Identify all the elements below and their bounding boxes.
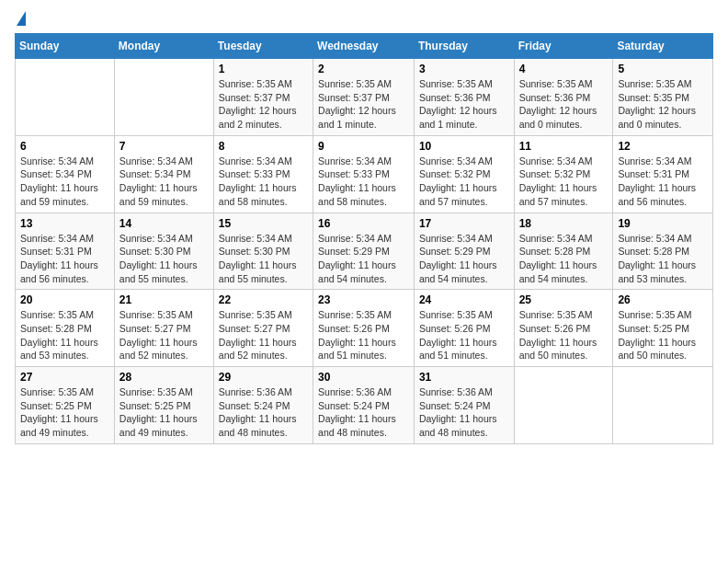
day-number: 25 bbox=[519, 293, 609, 306]
day-number: 16 bbox=[318, 217, 409, 230]
calendar-cell: 30Sunrise: 5:36 AMSunset: 5:24 PMDayligh… bbox=[313, 367, 415, 444]
day-info: Sunrise: 5:34 AMSunset: 5:28 PMDaylight:… bbox=[618, 232, 708, 286]
calendar-cell: 25Sunrise: 5:35 AMSunset: 5:26 PMDayligh… bbox=[514, 290, 613, 367]
day-info: Sunrise: 5:34 AMSunset: 5:31 PMDaylight:… bbox=[20, 232, 109, 286]
day-number: 28 bbox=[119, 371, 209, 384]
day-number: 7 bbox=[119, 140, 209, 153]
day-number: 27 bbox=[20, 371, 109, 384]
day-info: Sunrise: 5:35 AMSunset: 5:37 PMDaylight:… bbox=[219, 77, 308, 132]
calendar-cell bbox=[16, 59, 115, 136]
header-cell-wednesday: Wednesday bbox=[313, 34, 415, 59]
day-info: Sunrise: 5:35 AMSunset: 5:36 PMDaylight:… bbox=[519, 77, 609, 132]
header-cell-tuesday: Tuesday bbox=[213, 34, 313, 59]
calendar-cell: 17Sunrise: 5:34 AMSunset: 5:29 PMDayligh… bbox=[414, 213, 514, 290]
calendar-week-4: 27Sunrise: 5:35 AMSunset: 5:25 PMDayligh… bbox=[16, 367, 713, 444]
calendar-cell bbox=[114, 59, 213, 136]
calendar-cell: 20Sunrise: 5:35 AMSunset: 5:28 PMDayligh… bbox=[16, 290, 115, 367]
day-info: Sunrise: 5:35 AMSunset: 5:25 PMDaylight:… bbox=[618, 308, 708, 362]
header-cell-thursday: Thursday bbox=[414, 34, 514, 59]
calendar-cell: 14Sunrise: 5:34 AMSunset: 5:30 PMDayligh… bbox=[114, 213, 213, 290]
day-info: Sunrise: 5:35 AMSunset: 5:35 PMDaylight:… bbox=[618, 77, 708, 132]
day-info: Sunrise: 5:36 AMSunset: 5:24 PMDaylight:… bbox=[219, 385, 308, 440]
calendar-cell: 22Sunrise: 5:35 AMSunset: 5:27 PMDayligh… bbox=[213, 290, 313, 367]
calendar-cell: 29Sunrise: 5:36 AMSunset: 5:24 PMDayligh… bbox=[213, 367, 313, 444]
calendar-cell: 5Sunrise: 5:35 AMSunset: 5:35 PMDaylight… bbox=[613, 59, 713, 136]
calendar-cell: 9Sunrise: 5:34 AMSunset: 5:33 PMDaylight… bbox=[313, 135, 415, 213]
calendar-cell: 12Sunrise: 5:34 AMSunset: 5:31 PMDayligh… bbox=[613, 135, 713, 213]
calendar-cell: 8Sunrise: 5:34 AMSunset: 5:33 PMDaylight… bbox=[213, 135, 313, 213]
header-cell-saturday: Saturday bbox=[613, 34, 713, 59]
logo bbox=[15, 15, 26, 26]
calendar-cell: 15Sunrise: 5:34 AMSunset: 5:30 PMDayligh… bbox=[213, 213, 313, 290]
header-cell-sunday: Sunday bbox=[16, 34, 115, 59]
day-info: Sunrise: 5:35 AMSunset: 5:26 PMDaylight:… bbox=[419, 308, 509, 362]
header-cell-monday: Monday bbox=[114, 34, 213, 59]
calendar-cell: 27Sunrise: 5:35 AMSunset: 5:25 PMDayligh… bbox=[16, 367, 115, 444]
day-info: Sunrise: 5:34 AMSunset: 5:34 PMDaylight:… bbox=[119, 155, 209, 209]
day-info: Sunrise: 5:34 AMSunset: 5:32 PMDaylight:… bbox=[519, 155, 609, 209]
calendar-week-1: 6Sunrise: 5:34 AMSunset: 5:34 PMDaylight… bbox=[16, 135, 713, 213]
day-info: Sunrise: 5:35 AMSunset: 5:27 PMDaylight:… bbox=[119, 308, 209, 362]
day-number: 18 bbox=[519, 217, 609, 230]
calendar-cell: 24Sunrise: 5:35 AMSunset: 5:26 PMDayligh… bbox=[414, 290, 514, 367]
calendar-cell: 28Sunrise: 5:35 AMSunset: 5:25 PMDayligh… bbox=[114, 367, 213, 444]
calendar-cell: 6Sunrise: 5:34 AMSunset: 5:34 PMDaylight… bbox=[16, 135, 115, 213]
page-header bbox=[15, 15, 713, 26]
day-number: 3 bbox=[419, 63, 509, 75]
calendar-cell bbox=[613, 367, 713, 444]
calendar-cell: 4Sunrise: 5:35 AMSunset: 5:36 PMDaylight… bbox=[514, 59, 613, 136]
calendar-week-2: 13Sunrise: 5:34 AMSunset: 5:31 PMDayligh… bbox=[16, 213, 713, 290]
day-number: 8 bbox=[219, 140, 308, 153]
day-number: 5 bbox=[618, 63, 708, 75]
day-info: Sunrise: 5:34 AMSunset: 5:30 PMDaylight:… bbox=[119, 232, 209, 286]
day-info: Sunrise: 5:36 AMSunset: 5:24 PMDaylight:… bbox=[318, 385, 409, 440]
day-info: Sunrise: 5:34 AMSunset: 5:32 PMDaylight:… bbox=[419, 155, 509, 209]
day-number: 17 bbox=[419, 217, 509, 230]
day-info: Sunrise: 5:34 AMSunset: 5:29 PMDaylight:… bbox=[318, 232, 409, 286]
day-number: 21 bbox=[119, 293, 209, 306]
day-info: Sunrise: 5:35 AMSunset: 5:25 PMDaylight:… bbox=[20, 385, 109, 440]
day-number: 23 bbox=[318, 293, 409, 306]
day-number: 14 bbox=[119, 217, 209, 230]
calendar-cell: 2Sunrise: 5:35 AMSunset: 5:37 PMDaylight… bbox=[313, 59, 415, 136]
day-number: 6 bbox=[20, 140, 109, 153]
day-info: Sunrise: 5:36 AMSunset: 5:24 PMDaylight:… bbox=[419, 385, 509, 440]
day-info: Sunrise: 5:35 AMSunset: 5:26 PMDaylight:… bbox=[519, 308, 609, 362]
day-info: Sunrise: 5:34 AMSunset: 5:30 PMDaylight:… bbox=[219, 232, 308, 286]
day-info: Sunrise: 5:34 AMSunset: 5:33 PMDaylight:… bbox=[219, 155, 308, 209]
day-number: 1 bbox=[219, 63, 308, 75]
day-number: 9 bbox=[318, 140, 409, 153]
day-number: 11 bbox=[519, 140, 609, 153]
calendar-cell: 11Sunrise: 5:34 AMSunset: 5:32 PMDayligh… bbox=[514, 135, 613, 213]
day-number: 12 bbox=[618, 140, 708, 153]
calendar-cell: 19Sunrise: 5:34 AMSunset: 5:28 PMDayligh… bbox=[613, 213, 713, 290]
day-number: 19 bbox=[618, 217, 708, 230]
day-number: 29 bbox=[219, 371, 308, 384]
day-info: Sunrise: 5:35 AMSunset: 5:36 PMDaylight:… bbox=[419, 77, 509, 132]
calendar-week-0: 1Sunrise: 5:35 AMSunset: 5:37 PMDaylight… bbox=[16, 59, 713, 136]
day-info: Sunrise: 5:35 AMSunset: 5:27 PMDaylight:… bbox=[219, 308, 308, 362]
day-info: Sunrise: 5:34 AMSunset: 5:29 PMDaylight:… bbox=[419, 232, 509, 286]
header-row: SundayMondayTuesdayWednesdayThursdayFrid… bbox=[16, 34, 713, 59]
calendar-cell bbox=[514, 367, 613, 444]
day-number: 13 bbox=[20, 217, 109, 230]
day-number: 26 bbox=[618, 293, 708, 306]
day-info: Sunrise: 5:34 AMSunset: 5:33 PMDaylight:… bbox=[318, 155, 409, 209]
calendar-cell: 18Sunrise: 5:34 AMSunset: 5:28 PMDayligh… bbox=[514, 213, 613, 290]
calendar-table: SundayMondayTuesdayWednesdayThursdayFrid… bbox=[15, 33, 713, 444]
calendar-cell: 16Sunrise: 5:34 AMSunset: 5:29 PMDayligh… bbox=[313, 213, 415, 290]
day-number: 31 bbox=[419, 371, 509, 384]
calendar-cell: 1Sunrise: 5:35 AMSunset: 5:37 PMDaylight… bbox=[213, 59, 313, 136]
calendar-week-3: 20Sunrise: 5:35 AMSunset: 5:28 PMDayligh… bbox=[16, 290, 713, 367]
calendar-cell: 7Sunrise: 5:34 AMSunset: 5:34 PMDaylight… bbox=[114, 135, 213, 213]
day-info: Sunrise: 5:35 AMSunset: 5:28 PMDaylight:… bbox=[20, 308, 109, 362]
day-number: 22 bbox=[219, 293, 308, 306]
calendar-cell: 3Sunrise: 5:35 AMSunset: 5:36 PMDaylight… bbox=[414, 59, 514, 136]
day-info: Sunrise: 5:34 AMSunset: 5:28 PMDaylight:… bbox=[519, 232, 609, 286]
logo-triangle-icon bbox=[17, 11, 26, 26]
day-number: 30 bbox=[318, 371, 409, 384]
day-info: Sunrise: 5:35 AMSunset: 5:26 PMDaylight:… bbox=[318, 308, 409, 362]
day-number: 15 bbox=[219, 217, 308, 230]
day-number: 4 bbox=[519, 63, 609, 75]
calendar-cell: 31Sunrise: 5:36 AMSunset: 5:24 PMDayligh… bbox=[414, 367, 514, 444]
